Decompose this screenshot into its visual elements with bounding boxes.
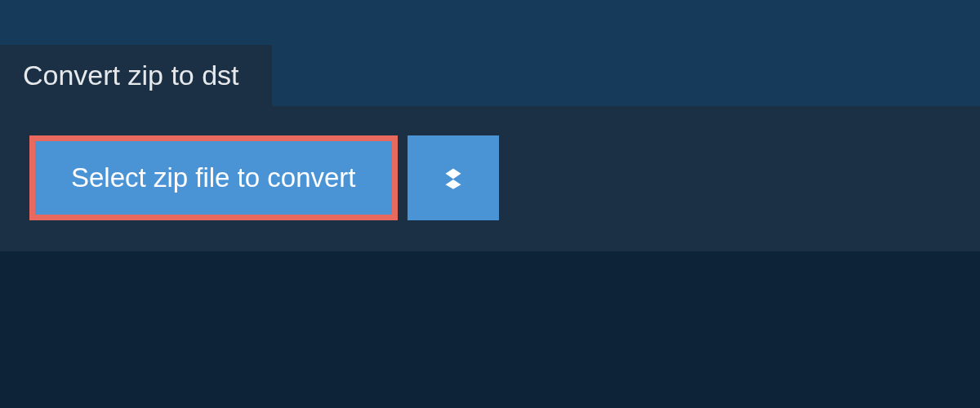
tab-bar: Convert zip to dst: [0, 0, 980, 106]
dropbox-icon: [438, 161, 469, 195]
select-file-label: Select zip file to convert: [71, 162, 356, 193]
converter-panel: Select zip file to convert: [0, 106, 980, 251]
button-row: Select zip file to convert: [29, 135, 951, 220]
select-file-button[interactable]: Select zip file to convert: [29, 135, 398, 220]
tab-convert[interactable]: Convert zip to dst: [0, 45, 272, 106]
dropbox-button[interactable]: [408, 135, 499, 220]
tab-title: Convert zip to dst: [23, 60, 239, 91]
